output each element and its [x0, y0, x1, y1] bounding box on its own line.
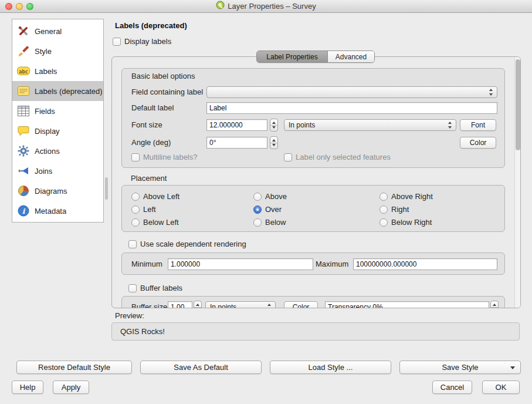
sidebar-item-label: Labels (deprecated) [35, 87, 103, 96]
svg-text:abc: abc [19, 69, 28, 75]
buffer-transparency-stepper[interactable] [490, 301, 499, 308]
scale-dependent-label: Use scale dependent rendering [140, 238, 246, 250]
sidebar-item-label: Labels [35, 67, 57, 76]
radio-left[interactable] [131, 206, 140, 214]
save-as-default-button[interactable]: Save As Default [140, 361, 262, 374]
radio-below-left[interactable] [131, 218, 140, 227]
maximum-label: Maximum [316, 258, 348, 270]
deprecated-label-icon [16, 84, 31, 98]
dropdown-value: In points [289, 121, 315, 129]
radio-label: Above [265, 191, 287, 203]
radio-label: Above Right [391, 191, 433, 203]
angle-input[interactable] [206, 137, 267, 149]
scale-range-group: Minimum Maximum [121, 253, 505, 275]
tab-label: Label Properties [266, 53, 317, 61]
buffer-labels-checkbox[interactable] [128, 284, 137, 292]
radio-label: Left [143, 204, 156, 216]
radio-right[interactable] [379, 206, 388, 214]
abc-label-icon: abc [16, 64, 31, 78]
radio-label: Right [391, 204, 409, 216]
radio-label: Over [265, 204, 282, 216]
radio-below-right[interactable] [379, 218, 388, 227]
sidebar-item-label: Metadata [35, 207, 66, 216]
help-button[interactable]: Help [12, 381, 43, 394]
angle-stepper[interactable] [270, 136, 278, 149]
buffer-unit-dropdown[interactable]: In points [205, 301, 276, 308]
group-title: Basic label options [131, 72, 195, 80]
layer-properties-window: Layer Properties – Survey General Style … [0, 0, 532, 404]
dropdown-value: In points [210, 303, 236, 308]
buffer-labels-label: Buffer labels [140, 282, 182, 294]
save-style-label: Save Style [442, 363, 478, 372]
close-button[interactable] [5, 3, 12, 10]
sidebar-item-metadata[interactable]: i Metadata [12, 201, 103, 221]
placement-group: Above Left Above Above Right Left Over R… [121, 185, 505, 232]
radio-below[interactable] [253, 218, 262, 227]
tab-label: Advanced [336, 53, 367, 61]
load-style-button[interactable]: Load Style ... [270, 361, 391, 374]
sidebar-item-actions[interactable]: Actions [12, 141, 103, 161]
zoom-button[interactable] [26, 3, 33, 10]
field-containing-label-dropdown[interactable] [206, 86, 497, 98]
minimum-input[interactable] [168, 258, 313, 270]
preview-label: Preview: [115, 310, 144, 322]
sidebar-item-labels-deprecated[interactable]: Labels (deprecated) [12, 81, 103, 101]
radio-above-left[interactable] [131, 193, 140, 201]
info-icon: i [16, 204, 31, 218]
buffer-size-input[interactable] [168, 301, 192, 308]
buffer-size-stepper[interactable] [194, 301, 202, 308]
sidebar-item-joins[interactable]: Joins [12, 161, 103, 181]
default-label-input[interactable] [206, 102, 497, 114]
maximum-input[interactable] [353, 258, 497, 270]
radio-above[interactable] [253, 193, 262, 201]
ok-button[interactable]: OK [482, 381, 520, 394]
field-containing-label-label: Field containing label [131, 86, 203, 98]
buffer-group: Buffer size In points Color [121, 296, 505, 308]
tab-label-properties[interactable]: Label Properties [257, 51, 327, 62]
minimize-button[interactable] [16, 3, 23, 10]
sidebar-item-label: Style [35, 47, 52, 56]
placement-title: Placement [131, 173, 167, 184]
sidebar-item-fields[interactable]: Fields [12, 101, 103, 121]
display-labels-checkbox[interactable] [113, 38, 121, 46]
sidebar: General Style abc Labels Labels (depreca… [12, 19, 104, 223]
radio-label: Below [265, 217, 286, 228]
chevron-down-icon [510, 366, 515, 369]
sidebar-scrollbar-thumb[interactable] [105, 177, 108, 200]
label-only-selected-checkbox[interactable] [284, 153, 292, 161]
default-label-label: Default label [131, 102, 174, 114]
font-size-input[interactable] [206, 119, 267, 131]
multiline-labels-checkbox[interactable] [131, 153, 140, 161]
font-size-label: Font size [131, 119, 162, 131]
buffer-transparency-input[interactable] [325, 301, 489, 308]
preview-box: QGIS Rocks! [111, 322, 520, 341]
tab-advanced[interactable]: Advanced [327, 51, 374, 62]
radio-label: Below Left [143, 217, 179, 228]
font-size-unit-dropdown[interactable]: In points [284, 119, 456, 131]
scale-dependent-checkbox[interactable] [128, 240, 137, 248]
apply-button[interactable]: Apply [53, 381, 89, 394]
sidebar-item-label: Display [35, 127, 60, 136]
buffer-color-button[interactable]: Color [284, 301, 318, 308]
font-size-stepper[interactable] [270, 119, 278, 132]
sidebar-item-diagrams[interactable]: Diagrams [12, 181, 103, 201]
sidebar-item-general[interactable]: General [12, 21, 103, 41]
title-bar: Layer Properties – Survey [0, 0, 532, 13]
radio-over[interactable] [253, 206, 262, 214]
multiline-labels-label: Multiline labels? [143, 152, 198, 163]
radio-above-right[interactable] [379, 193, 388, 201]
color-button[interactable]: Color [460, 137, 496, 149]
restore-default-style-button[interactable]: Restore Default Style [16, 361, 132, 374]
panel-scrollbar-thumb[interactable] [516, 59, 520, 150]
sidebar-item-display[interactable]: Display [12, 121, 103, 141]
page-title: Labels (deprecated) [115, 21, 187, 30]
basic-label-options-group: Basic label options Field containing lab… [121, 68, 505, 168]
save-style-button[interactable]: Save Style [399, 361, 521, 374]
cancel-button[interactable]: Cancel [432, 381, 472, 394]
sidebar-item-style[interactable]: Style [12, 41, 103, 61]
window-title: Layer Properties – Survey [228, 2, 316, 11]
font-button[interactable]: Font [460, 119, 496, 131]
sidebar-item-labels[interactable]: abc Labels [12, 61, 103, 81]
speech-bubble-icon [16, 124, 31, 138]
sidebar-item-label: Joins [35, 167, 52, 176]
